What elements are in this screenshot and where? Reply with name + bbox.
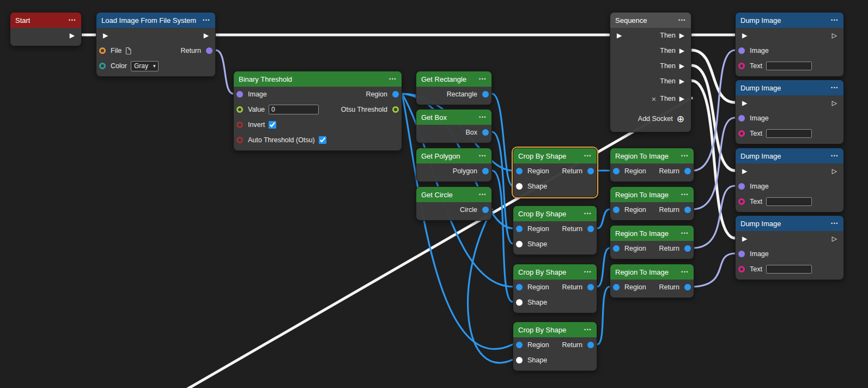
rectangle-out-pin[interactable] xyxy=(482,91,489,98)
node-get-circle[interactable]: Get Circle ••• Circle xyxy=(416,186,492,221)
then-out-pin-3[interactable]: ▶ xyxy=(679,63,684,69)
node-header[interactable]: Get Box ••• xyxy=(416,110,491,125)
text-input[interactable] xyxy=(766,197,812,206)
exec-out-pin[interactable]: ▶ xyxy=(70,32,75,39)
exec-out-pin[interactable]: ▷ xyxy=(832,32,837,39)
image-in-pin[interactable] xyxy=(738,251,745,257)
node-dump-image-3[interactable]: Dump Image ••• ▶ ▷ Image Text xyxy=(735,148,844,213)
node-header[interactable]: Dump Image ••• xyxy=(736,148,843,163)
shape-in-pin[interactable] xyxy=(516,299,523,306)
node-get-box[interactable]: Get Box ••• Box xyxy=(416,109,492,143)
node-header[interactable]: Region To Image ••• xyxy=(610,226,694,241)
node-header[interactable]: Region To Image ••• xyxy=(610,264,694,280)
region-in-pin[interactable] xyxy=(613,168,620,174)
node-header[interactable]: Crop By Shape ••• xyxy=(513,206,597,221)
remove-then-button[interactable]: × xyxy=(652,95,657,103)
menu-icon[interactable]: ••• xyxy=(584,154,592,159)
menu-icon[interactable]: ••• xyxy=(678,18,686,23)
wire-return-crop2-to-rti2[interactable] xyxy=(597,209,610,228)
exec-in-pin[interactable]: ▶ xyxy=(742,32,747,39)
menu-icon[interactable]: ••• xyxy=(479,154,487,159)
exec-in-pin[interactable]: ▶ xyxy=(742,168,747,174)
return-out-pin[interactable] xyxy=(684,168,691,174)
menu-icon[interactable]: ••• xyxy=(203,18,210,23)
then-out-pin-4[interactable]: ▶ xyxy=(679,78,684,84)
region-in-pin[interactable] xyxy=(516,342,523,348)
wire-image-rti4-to-dump4[interactable] xyxy=(694,253,735,287)
menu-icon[interactable]: ••• xyxy=(389,77,397,82)
text-input[interactable] xyxy=(766,62,812,70)
text-input[interactable] xyxy=(766,265,812,274)
menu-icon[interactable]: ••• xyxy=(681,270,689,275)
return-out-pin[interactable] xyxy=(587,226,594,232)
region-in-pin[interactable] xyxy=(613,284,620,290)
wire-image-load-to-threshold[interactable] xyxy=(216,50,233,94)
node-region-to-image-3[interactable]: Region To Image ••• Region Return xyxy=(610,225,694,259)
return-out-pin[interactable] xyxy=(684,207,691,213)
image-in-pin[interactable] xyxy=(236,91,243,98)
node-header[interactable]: Region To Image ••• xyxy=(610,187,694,202)
region-in-pin[interactable] xyxy=(516,226,523,232)
image-in-pin[interactable] xyxy=(738,47,745,54)
invert-pin[interactable] xyxy=(236,122,243,128)
auto-threshold-pin[interactable] xyxy=(236,137,243,143)
box-out-pin[interactable] xyxy=(482,129,489,136)
then-out-pin-1[interactable]: ▶ xyxy=(679,32,684,39)
value-pin[interactable] xyxy=(236,106,243,113)
node-header[interactable]: Crop By Shape ••• xyxy=(513,148,597,163)
wire-exec-then4-to-dump4[interactable] xyxy=(691,81,735,238)
exec-in-pin[interactable]: ▶ xyxy=(617,32,622,39)
exec-in-pin[interactable]: ▶ xyxy=(742,235,747,242)
node-dump-image-1[interactable]: Dump Image ••• ▶ ▷ Image Text xyxy=(735,12,844,77)
text-in-pin[interactable] xyxy=(738,130,745,137)
node-header[interactable]: Start ••• xyxy=(10,13,81,28)
node-region-to-image-2[interactable]: Region To Image ••• Region Return xyxy=(610,186,694,221)
node-get-polygon[interactable]: Get Polygon ••• Polygon xyxy=(416,148,492,182)
node-header[interactable]: Get Circle ••• xyxy=(416,187,491,202)
text-in-pin[interactable] xyxy=(738,266,745,272)
menu-icon[interactable]: ••• xyxy=(681,231,689,236)
exec-out-pin[interactable]: ▷ xyxy=(832,235,837,242)
menu-icon[interactable]: ••• xyxy=(479,77,487,82)
text-in-pin[interactable] xyxy=(738,63,745,69)
invert-checkbox[interactable] xyxy=(269,121,276,129)
region-in-pin[interactable] xyxy=(516,168,523,174)
return-out-pin[interactable] xyxy=(587,342,594,348)
menu-icon[interactable]: ••• xyxy=(681,192,689,197)
image-in-pin[interactable] xyxy=(738,183,745,190)
node-crop-by-shape-2[interactable]: Crop By Shape ••• Region Return Shape xyxy=(513,205,597,255)
region-out-pin[interactable] xyxy=(392,91,399,98)
exec-out-pin[interactable]: ▶ xyxy=(204,32,209,39)
node-load-image[interactable]: Load Image From File System ••• ▶ ▶ File… xyxy=(96,12,216,77)
node-header[interactable]: Sequence ••• xyxy=(610,13,691,28)
then-out-pin-5[interactable]: ▶ xyxy=(679,95,684,102)
return-out-pin[interactable] xyxy=(587,284,594,290)
then-out-pin-2[interactable]: ▶ xyxy=(679,47,684,54)
return-out-pin[interactable] xyxy=(684,284,691,290)
menu-icon[interactable]: ••• xyxy=(479,192,487,197)
return-out-pin[interactable] xyxy=(587,168,594,174)
menu-icon[interactable]: ••• xyxy=(681,154,689,159)
node-binary-threshold[interactable]: Binary Threshold ••• Image Region Value … xyxy=(233,71,402,151)
node-header[interactable]: Get Rectangle ••• xyxy=(416,71,491,87)
node-header[interactable]: Get Polygon ••• xyxy=(416,148,491,163)
shape-in-pin[interactable] xyxy=(516,241,523,247)
shape-in-pin[interactable] xyxy=(516,183,523,190)
region-in-pin[interactable] xyxy=(613,207,620,213)
return-out-pin[interactable] xyxy=(684,245,691,252)
circle-out-pin[interactable] xyxy=(482,207,489,213)
menu-icon[interactable]: ••• xyxy=(831,221,839,226)
menu-icon[interactable]: ••• xyxy=(584,328,592,332)
node-header[interactable]: Dump Image ••• xyxy=(736,216,843,231)
menu-icon[interactable]: ••• xyxy=(831,154,839,159)
exec-in-pin[interactable]: ▶ xyxy=(742,100,747,106)
node-crop-by-shape-3[interactable]: Crop By Shape ••• Region Return Shape xyxy=(513,264,597,313)
region-in-pin[interactable] xyxy=(613,245,620,252)
node-dump-image-4[interactable]: Dump Image ••• ▶ ▷ Image Text xyxy=(735,215,844,280)
node-get-rectangle[interactable]: Get Rectangle ••• Rectangle xyxy=(416,71,492,105)
text-input[interactable] xyxy=(766,129,812,138)
node-crop-by-shape-4[interactable]: Crop By Shape ••• Region Return Shape xyxy=(513,322,597,371)
node-header[interactable]: Dump Image ••• xyxy=(736,13,843,28)
polygon-out-pin[interactable] xyxy=(482,168,489,174)
wire-return-crop4-to-rti4[interactable] xyxy=(597,287,610,344)
